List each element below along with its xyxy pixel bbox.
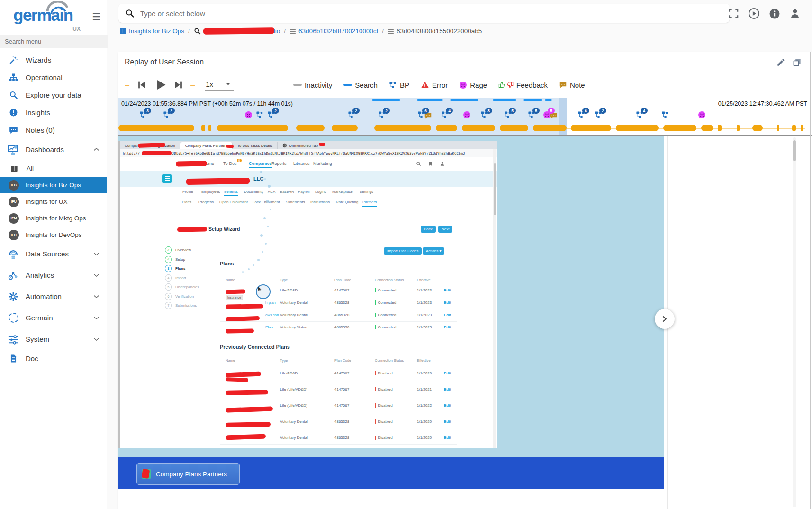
- legend-feedback[interactable]: Feedback: [498, 81, 548, 89]
- sidebar-item-operational[interactable]: Operational: [0, 69, 107, 86]
- chevron-right-icon: [661, 316, 668, 322]
- legend-note[interactable]: Note: [559, 81, 585, 89]
- breadcrumb-item: 63d0483800d1550022000ab5: [388, 27, 482, 35]
- sidebar-item-explore-your-data[interactable]: Explore your data: [0, 86, 107, 104]
- replay-viewport[interactable]: Company Profile OrganizationCompany Plan…: [118, 136, 664, 489]
- bp-marker[interactable]: 5: [504, 111, 513, 119]
- breadcrumb-link[interactable]: 63d06b1f32bf8700210000cf: [298, 27, 378, 35]
- legend-inactivity[interactable]: Inactivity: [293, 81, 332, 89]
- playback-speed-select[interactable]: 1x: [205, 79, 234, 91]
- sidebar-item-notes-0-[interactable]: Notes (0): [0, 121, 107, 139]
- person-icon[interactable]: [789, 8, 801, 19]
- search-marker: [493, 99, 516, 101]
- replayed-tab-favicon: [142, 469, 151, 479]
- search-dash-icon: [343, 84, 352, 86]
- bp-marker[interactable]: 2: [348, 111, 356, 119]
- bp-marker[interactable]: [661, 111, 670, 119]
- plans-heading: Plans: [220, 261, 234, 266]
- breadcrumb-current: 63d0483800d1550022000ab5: [397, 27, 482, 35]
- bp-marker[interactable]: 8: [480, 111, 489, 119]
- info-icon[interactable]: [769, 8, 780, 19]
- bp-marker[interactable]: 2: [267, 111, 276, 119]
- wizard-step: 4Import: [165, 274, 186, 282]
- legend-bp[interactable]: BP: [389, 81, 409, 89]
- sidebar-item-insights-for-mktg-ops[interactable]: IFMInsights for Mktg Ops: [0, 210, 107, 227]
- breadcrumb-item[interactable]: Insights for Biz Ops: [119, 27, 184, 35]
- zoom-out-button[interactable]: –: [125, 81, 130, 90]
- breadcrumb-item[interactable]: lio: [194, 27, 280, 35]
- hamburger-menu-icon[interactable]: ☰: [92, 11, 101, 23]
- bp-marker[interactable]: 4: [636, 111, 644, 119]
- connection-status: Connected: [375, 300, 396, 305]
- session-timeline[interactable]: 01/24/2023 01:55:36.884 PM PST (+00h 52m…: [118, 98, 812, 136]
- sidebar-item-insights[interactable]: Insights: [0, 104, 107, 121]
- table-column-header: Name: [226, 278, 235, 282]
- skip-end-button[interactable]: [173, 80, 184, 90]
- sidebar-item-insights-for-ux[interactable]: IFUInsights for UX: [0, 193, 107, 210]
- legend-rage[interactable]: Rage: [459, 81, 487, 89]
- sidebar-item-all[interactable]: All: [0, 160, 107, 177]
- sidebar-item-doc[interactable]: Doc: [0, 350, 107, 367]
- edit-link: Edit: [444, 300, 451, 305]
- skip-start-button[interactable]: [136, 80, 147, 90]
- sidebar-item-label: Insights for Mktg Ops: [26, 215, 86, 222]
- search-marker: [450, 99, 478, 101]
- company-tabs: ProfileEmployeesBenefitsDocumentsACAEase…: [120, 187, 497, 198]
- legend-error[interactable]: Error: [421, 81, 448, 89]
- sidebar-item-data-sources[interactable]: Data Sources: [0, 243, 107, 264]
- bp-marker[interactable]: 4: [441, 111, 450, 119]
- redaction-mark: [142, 151, 172, 155]
- sidebar-item-wizards[interactable]: Wizards: [0, 51, 107, 69]
- legend-search[interactable]: Search: [343, 81, 378, 89]
- sliders-icon: [8, 334, 19, 345]
- sidebar-item-germain[interactable]: Germain: [0, 307, 107, 328]
- sidebar-item-automation[interactable]: Automation: [0, 286, 107, 307]
- bp-marker[interactable]: 6: [417, 111, 426, 119]
- sidebar-item-analytics[interactable]: Analytics: [0, 264, 107, 286]
- bp-marker[interactable]: 6: [577, 111, 586, 119]
- sidebar-item-label: Analytics: [26, 271, 54, 279]
- plan-name-fragment: Plan: [265, 325, 273, 329]
- sidebar-item-dashboards[interactable]: Dashboards: [0, 139, 107, 160]
- bp-marker[interactable]: 2: [378, 111, 387, 119]
- replay-tab-button[interactable]: Company Plans Partners: [136, 463, 240, 485]
- rage-marker[interactable]: [463, 111, 471, 119]
- breadcrumb-link[interactable]: Insights for Biz Ops: [129, 27, 184, 35]
- breadcrumb-item[interactable]: 63d06b1f32bf8700210000cf: [289, 27, 378, 35]
- rage-marker[interactable]: [698, 111, 706, 119]
- rage-marker[interactable]: 5: [543, 111, 551, 119]
- plan-code: 4865328: [334, 300, 349, 305]
- bp-marker[interactable]: 3: [139, 111, 148, 119]
- sidebar-search-input[interactable]: [0, 35, 108, 48]
- play-circle-icon[interactable]: [748, 8, 760, 19]
- edit-icon[interactable]: [776, 58, 785, 67]
- sidebar-item-system[interactable]: System: [0, 328, 107, 350]
- play-button[interactable]: [153, 78, 167, 91]
- bp-marker[interactable]: [256, 111, 264, 119]
- collapse-panel-button[interactable]: [655, 309, 675, 329]
- events-scrollbar[interactable]: [793, 137, 796, 507]
- sidebar-item-insights-for-devops[interactable]: IFDInsights for DevOps: [0, 227, 107, 243]
- fullscreen-icon[interactable]: [728, 8, 739, 19]
- redaction-mark: [226, 328, 254, 333]
- connection-status: Disabled: [375, 436, 393, 440]
- redaction-mark: [226, 304, 263, 309]
- bp-marker[interactable]: 2: [595, 111, 603, 119]
- rage-marker[interactable]: [244, 111, 253, 119]
- connection-status: Disabled: [375, 371, 393, 375]
- global-search-input[interactable]: [139, 9, 723, 18]
- bp-marker[interactable]: 2: [163, 111, 171, 119]
- restore-window-icon[interactable]: [793, 58, 802, 67]
- datasource-icon: [8, 249, 19, 259]
- redaction-mark: [177, 227, 207, 232]
- effective-date: 1/1/2021: [417, 387, 432, 391]
- zoom-in-button[interactable]: –: [190, 81, 196, 90]
- sidebar-item-label: Germain: [26, 314, 53, 322]
- sidebar-item-insights-for-biz-ops[interactable]: IFBInsights for Biz Ops: [0, 177, 107, 193]
- benefits-tab: Plans: [182, 200, 191, 204]
- bp-marker[interactable]: 5: [528, 111, 536, 119]
- search-marker: [372, 99, 400, 101]
- error-icon: [421, 81, 429, 89]
- company-tab: Settings: [360, 190, 373, 194]
- replay-tab-bar: Company Plans Partners: [118, 457, 664, 489]
